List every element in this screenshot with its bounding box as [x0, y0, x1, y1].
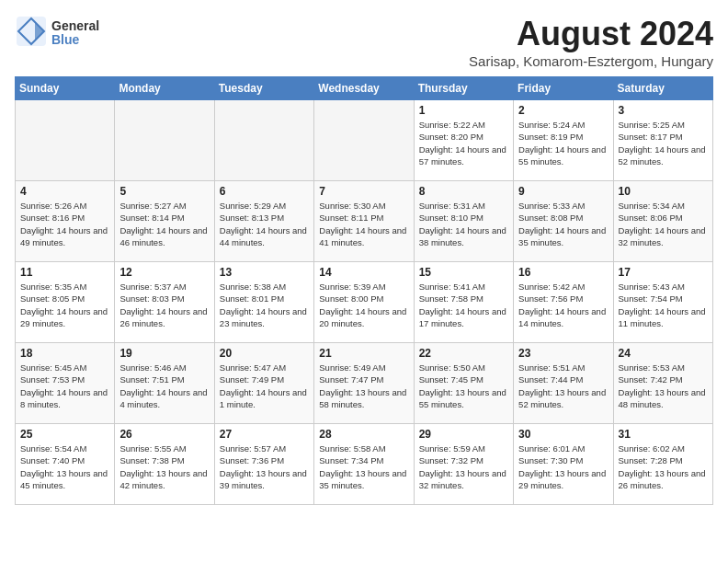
- day-info: Sunrise: 5:45 AMSunset: 7:53 PMDaylight:…: [20, 362, 109, 410]
- day-info: Sunrise: 5:26 AMSunset: 8:16 PMDaylight:…: [20, 200, 109, 248]
- day-info: Sunrise: 5:41 AMSunset: 7:58 PMDaylight:…: [419, 281, 508, 329]
- weekday-header-friday: Friday: [514, 77, 613, 100]
- calendar-week-5: 25 Sunrise: 5:54 AMSunset: 7:40 PMDaylig…: [16, 424, 713, 505]
- calendar-cell: 24 Sunrise: 5:53 AMSunset: 7:42 PMDaylig…: [613, 343, 712, 424]
- calendar-week-4: 18 Sunrise: 5:45 AMSunset: 7:53 PMDaylig…: [16, 343, 713, 424]
- day-info: Sunrise: 5:22 AMSunset: 8:20 PMDaylight:…: [419, 119, 508, 167]
- calendar-cell: 15 Sunrise: 5:41 AMSunset: 7:58 PMDaylig…: [414, 262, 513, 343]
- day-info: Sunrise: 5:46 AMSunset: 7:51 PMDaylight:…: [119, 362, 209, 410]
- day-number: 25: [20, 428, 109, 441]
- day-info: Sunrise: 5:49 AMSunset: 7:47 PMDaylight:…: [319, 362, 408, 410]
- day-number: 24: [619, 347, 708, 360]
- day-number: 12: [119, 266, 209, 279]
- location-subtitle: Sarisap, Komarom-Esztergom, Hungary: [469, 53, 713, 69]
- day-number: 14: [319, 266, 408, 279]
- day-number: 3: [619, 104, 708, 117]
- day-info: Sunrise: 5:53 AMSunset: 7:42 PMDaylight:…: [619, 362, 708, 410]
- weekday-header-monday: Monday: [115, 77, 214, 100]
- day-info: Sunrise: 5:43 AMSunset: 7:54 PMDaylight:…: [619, 281, 708, 329]
- day-info: Sunrise: 6:02 AMSunset: 7:28 PMDaylight:…: [619, 442, 708, 491]
- day-info: Sunrise: 6:01 AMSunset: 7:30 PMDaylight:…: [518, 442, 608, 491]
- day-info: Sunrise: 5:37 AMSunset: 8:03 PMDaylight:…: [119, 281, 209, 329]
- weekday-header-row: SundayMondayTuesdayWednesdayThursdayFrid…: [16, 77, 713, 100]
- day-info: Sunrise: 5:58 AMSunset: 7:34 PMDaylight:…: [319, 442, 408, 491]
- day-number: 21: [319, 347, 408, 360]
- calendar-cell: 12 Sunrise: 5:37 AMSunset: 8:03 PMDaylig…: [115, 262, 214, 343]
- calendar-cell: 9 Sunrise: 5:33 AMSunset: 8:08 PMDayligh…: [514, 181, 613, 262]
- calendar-cell: 7 Sunrise: 5:30 AMSunset: 8:11 PMDayligh…: [314, 181, 414, 262]
- day-number: 11: [20, 266, 109, 279]
- day-number: 17: [619, 266, 708, 279]
- calendar-cell: [314, 100, 414, 181]
- calendar-cell: 3 Sunrise: 5:25 AMSunset: 8:17 PMDayligh…: [613, 100, 712, 181]
- page-header: General Blue August 2024 Sarisap, Komaro…: [15, 15, 713, 69]
- day-number: 16: [518, 266, 608, 279]
- day-number: 30: [518, 428, 608, 441]
- day-info: Sunrise: 5:29 AMSunset: 8:13 PMDaylight:…: [220, 200, 309, 248]
- day-number: 13: [220, 266, 309, 279]
- day-number: 8: [419, 185, 508, 198]
- calendar-cell: [214, 100, 313, 181]
- calendar-week-1: 1 Sunrise: 5:22 AMSunset: 8:20 PMDayligh…: [16, 100, 713, 181]
- calendar-table: SundayMondayTuesdayWednesdayThursdayFrid…: [15, 76, 713, 505]
- day-number: 22: [419, 347, 508, 360]
- day-info: Sunrise: 5:24 AMSunset: 8:19 PMDaylight:…: [518, 119, 608, 167]
- calendar-cell: 28 Sunrise: 5:58 AMSunset: 7:34 PMDaylig…: [314, 424, 414, 505]
- calendar-cell: 30 Sunrise: 6:01 AMSunset: 7:30 PMDaylig…: [514, 424, 613, 505]
- calendar-cell: 11 Sunrise: 5:35 AMSunset: 8:05 PMDaylig…: [16, 262, 115, 343]
- day-number: 15: [419, 266, 508, 279]
- logo-emblem: [15, 15, 48, 48]
- day-number: 26: [119, 428, 209, 441]
- day-info: Sunrise: 5:39 AMSunset: 8:00 PMDaylight:…: [319, 281, 408, 329]
- calendar-cell: 22 Sunrise: 5:50 AMSunset: 7:45 PMDaylig…: [414, 343, 513, 424]
- day-number: 7: [319, 185, 408, 198]
- calendar-cell: 23 Sunrise: 5:51 AMSunset: 7:44 PMDaylig…: [514, 343, 613, 424]
- day-info: Sunrise: 5:33 AMSunset: 8:08 PMDaylight:…: [518, 200, 608, 248]
- calendar-cell: 21 Sunrise: 5:49 AMSunset: 7:47 PMDaylig…: [314, 343, 414, 424]
- day-info: Sunrise: 5:31 AMSunset: 8:10 PMDaylight:…: [419, 200, 508, 248]
- calendar-cell: 20 Sunrise: 5:47 AMSunset: 7:49 PMDaylig…: [214, 343, 313, 424]
- logo: General Blue: [15, 15, 99, 52]
- day-number: 18: [20, 347, 109, 360]
- day-info: Sunrise: 5:57 AMSunset: 7:36 PMDaylight:…: [220, 442, 309, 491]
- title-block: August 2024 Sarisap, Komarom-Esztergom, …: [469, 15, 713, 69]
- day-number: 20: [220, 347, 309, 360]
- day-number: 2: [518, 104, 608, 117]
- day-info: Sunrise: 5:38 AMSunset: 8:01 PMDaylight:…: [220, 281, 309, 329]
- calendar-cell: 26 Sunrise: 5:55 AMSunset: 7:38 PMDaylig…: [115, 424, 214, 505]
- day-number: 28: [319, 428, 408, 441]
- day-number: 31: [619, 428, 708, 441]
- day-info: Sunrise: 5:25 AMSunset: 8:17 PMDaylight:…: [619, 119, 708, 167]
- calendar-cell: 6 Sunrise: 5:29 AMSunset: 8:13 PMDayligh…: [214, 181, 313, 262]
- calendar-cell: 31 Sunrise: 6:02 AMSunset: 7:28 PMDaylig…: [613, 424, 712, 505]
- day-info: Sunrise: 5:51 AMSunset: 7:44 PMDaylight:…: [518, 362, 608, 410]
- weekday-header-tuesday: Tuesday: [214, 77, 313, 100]
- calendar-cell: 25 Sunrise: 5:54 AMSunset: 7:40 PMDaylig…: [16, 424, 115, 505]
- day-info: Sunrise: 5:34 AMSunset: 8:06 PMDaylight:…: [619, 200, 708, 248]
- day-number: 19: [119, 347, 209, 360]
- day-number: 27: [220, 428, 309, 441]
- calendar-cell: 5 Sunrise: 5:27 AMSunset: 8:14 PMDayligh…: [115, 181, 214, 262]
- day-number: 9: [518, 185, 608, 198]
- calendar-cell: [115, 100, 214, 181]
- calendar-cell: 1 Sunrise: 5:22 AMSunset: 8:20 PMDayligh…: [414, 100, 513, 181]
- day-info: Sunrise: 5:54 AMSunset: 7:40 PMDaylight:…: [20, 442, 109, 491]
- calendar-cell: 18 Sunrise: 5:45 AMSunset: 7:53 PMDaylig…: [16, 343, 115, 424]
- weekday-header-sunday: Sunday: [16, 77, 115, 100]
- day-info: Sunrise: 5:30 AMSunset: 8:11 PMDaylight:…: [319, 200, 408, 248]
- day-number: 29: [419, 428, 508, 441]
- day-number: 5: [119, 185, 209, 198]
- calendar-week-3: 11 Sunrise: 5:35 AMSunset: 8:05 PMDaylig…: [16, 262, 713, 343]
- calendar-cell: 16 Sunrise: 5:42 AMSunset: 7:56 PMDaylig…: [514, 262, 613, 343]
- weekday-header-thursday: Thursday: [414, 77, 513, 100]
- calendar-cell: 17 Sunrise: 5:43 AMSunset: 7:54 PMDaylig…: [613, 262, 712, 343]
- day-info: Sunrise: 5:35 AMSunset: 8:05 PMDaylight:…: [20, 281, 109, 329]
- month-year-title: August 2024: [469, 15, 713, 53]
- calendar-cell: 8 Sunrise: 5:31 AMSunset: 8:10 PMDayligh…: [414, 181, 513, 262]
- calendar-cell: 14 Sunrise: 5:39 AMSunset: 8:00 PMDaylig…: [314, 262, 414, 343]
- calendar-week-2: 4 Sunrise: 5:26 AMSunset: 8:16 PMDayligh…: [16, 181, 713, 262]
- calendar-cell: 29 Sunrise: 5:59 AMSunset: 7:32 PMDaylig…: [414, 424, 513, 505]
- calendar-cell: 27 Sunrise: 5:57 AMSunset: 7:36 PMDaylig…: [214, 424, 313, 505]
- calendar-cell: 19 Sunrise: 5:46 AMSunset: 7:51 PMDaylig…: [115, 343, 214, 424]
- day-info: Sunrise: 5:50 AMSunset: 7:45 PMDaylight:…: [419, 362, 508, 410]
